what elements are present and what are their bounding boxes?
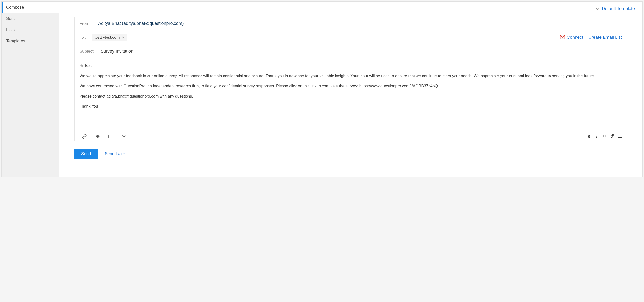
compose-card: From : Aditya Bhat (aditya.bhat@question… — [74, 17, 627, 141]
svg-rect-6 — [109, 137, 110, 137]
subject-input[interactable]: Survey Invitation — [100, 49, 133, 54]
envelope-icon[interactable] — [122, 134, 127, 139]
to-label: To : — [80, 35, 89, 40]
link-format-icon[interactable] — [610, 134, 614, 139]
email-body-editor[interactable]: Hi Test, We would appreciate your feedba… — [74, 58, 627, 132]
keyboard-icon[interactable] — [108, 134, 114, 139]
main: Default Template From : Aditya Bhat (adi… — [59, 2, 642, 177]
to-row: To : test@test.com ✕ — [74, 30, 627, 45]
sidebar-item-lists[interactable]: Lists — [2, 24, 59, 35]
svg-line-15 — [626, 140, 626, 141]
format-toolbar: B I U — [586, 134, 622, 139]
chevron-down-icon[interactable] — [596, 7, 599, 11]
remove-recipient-icon[interactable]: ✕ — [122, 35, 125, 39]
svg-rect-8 — [112, 137, 113, 137]
underline-button[interactable]: U — [602, 134, 607, 139]
sidebar-item-templates[interactable]: Templates — [2, 35, 59, 47]
svg-rect-7 — [110, 137, 112, 137]
from-row: From : Aditya Bhat (aditya.bhat@question… — [74, 17, 627, 30]
create-email-list-link[interactable]: Create Email List — [588, 35, 622, 40]
svg-rect-3 — [110, 136, 111, 136]
svg-rect-5 — [112, 136, 112, 136]
sidebar-item-compose[interactable]: Compose — [2, 2, 59, 13]
send-button[interactable]: Send — [74, 149, 98, 159]
resize-handle-icon[interactable] — [624, 138, 626, 140]
recipient-chip: test@test.com ✕ — [92, 33, 128, 41]
body-paragraph: Hi Test, — [80, 63, 622, 68]
subject-label: Subject : — [80, 49, 98, 54]
from-value: Aditya Bhat (aditya.bhat@questionpro.com… — [98, 21, 184, 26]
italic-button[interactable]: I — [594, 134, 599, 139]
send-later-link[interactable]: Send Later — [105, 151, 125, 156]
gmail-icon — [560, 35, 565, 40]
svg-rect-2 — [109, 136, 110, 136]
svg-rect-4 — [111, 136, 112, 136]
subject-row: Subject : Survey Invitation — [74, 45, 627, 58]
to-row-actions: Connect Create Email List — [557, 32, 622, 43]
body-paragraph: We have contracted with QuestionPro, an … — [80, 83, 622, 89]
top-bar: Default Template — [59, 2, 642, 17]
recipient-chip-text: test@test.com — [94, 35, 120, 40]
body-paragraph: We would appreciate your feedback in our… — [80, 73, 622, 79]
compose-actions: Send Send Later — [74, 149, 627, 159]
gmail-connect-label: Connect — [567, 35, 583, 40]
body-paragraph: Please contact aditya.bhat@questionpro.c… — [80, 94, 622, 99]
sidebar: Compose Sent Lists Templates — [2, 2, 59, 177]
insert-link-icon[interactable] — [82, 134, 87, 139]
from-label: From : — [80, 21, 96, 26]
app-root: Compose Sent Lists Templates Default Tem… — [2, 1, 642, 177]
body-paragraph: Thank You — [80, 104, 622, 109]
bold-button[interactable]: B — [586, 134, 591, 139]
default-template-link[interactable]: Default Template — [602, 6, 635, 11]
sidebar-item-sent[interactable]: Sent — [2, 13, 59, 24]
gmail-connect-button[interactable]: Connect — [557, 32, 586, 43]
editor-toolbar: B I U — [74, 132, 627, 141]
align-icon[interactable] — [618, 134, 622, 139]
tag-icon[interactable] — [95, 134, 100, 139]
